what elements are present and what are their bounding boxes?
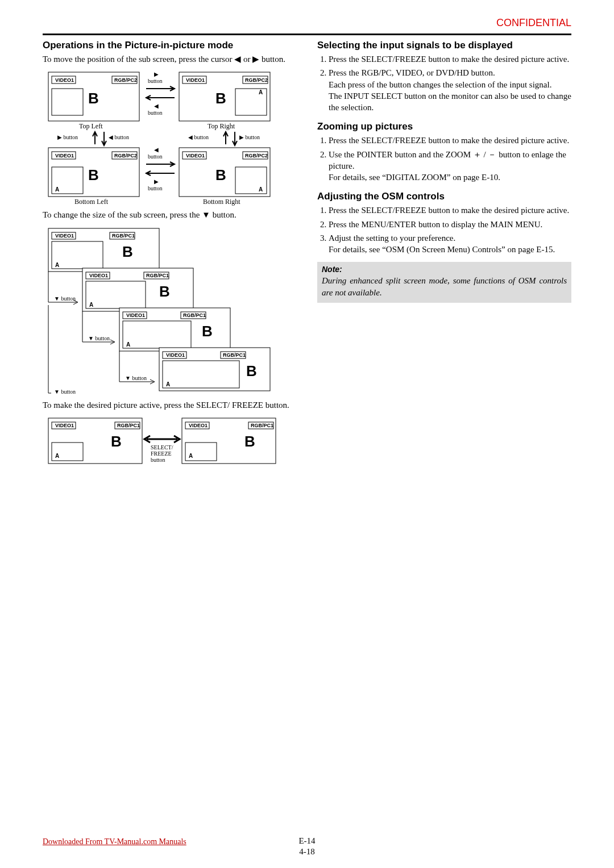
svg-text:B: B (215, 166, 226, 183)
svg-text:VIDEO1: VIDEO1 (186, 77, 205, 83)
svg-rect-77 (163, 361, 239, 388)
step: Use the POINTER button and the ZOOM ＋ / … (329, 149, 571, 183)
page-rule (43, 34, 571, 35)
svg-text:Top Right: Top Right (208, 122, 235, 130)
svg-text:VIDEO1: VIDEO1 (186, 153, 205, 158)
note-body: During enhanced split screen mode, some … (322, 275, 567, 298)
svg-text:▶: ▶ (154, 71, 159, 77)
svg-text:A: A (55, 453, 59, 459)
svg-text:VIDEO1: VIDEO1 (89, 273, 108, 278)
svg-text:A: A (166, 381, 170, 387)
svg-text:▼ button: ▼ button (88, 335, 110, 341)
svg-text:VIDEO1: VIDEO1 (189, 423, 208, 428)
download-link[interactable]: Downloaded From TV-Manual.com Manuals (43, 837, 186, 846)
svg-text:RGB/PC1: RGB/PC1 (251, 423, 273, 428)
step-text: Press the RGB/PC, VIDEO, or DVD/HD butto… (329, 68, 495, 77)
left-column: Operations in the Picture-in-picture mod… (43, 40, 297, 472)
step: Press the SELECT/FREEZE button to make t… (329, 135, 571, 146)
svg-text:A: A (89, 302, 93, 308)
svg-text:button: button (148, 78, 163, 84)
svg-text:VIDEO1: VIDEO1 (55, 233, 74, 239)
svg-text:button: button (151, 457, 165, 463)
svg-text:RGB/PC2: RGB/PC2 (245, 153, 268, 158)
svg-text:▶ button: ▶ button (57, 134, 78, 140)
diagram-pip-sizes: .bx{fill:#fff;stroke:#000;stroke-width:1… (43, 226, 281, 396)
svg-text:RGB/PC1: RGB/PC1 (223, 352, 246, 358)
svg-text:SELECT/: SELECT/ (151, 444, 173, 450)
svg-text:RGB/PC1: RGB/PC1 (183, 312, 206, 318)
svg-text:◀ button: ◀ button (109, 134, 129, 140)
step-text: Adjust the setting to your preference. (329, 233, 455, 243)
steps-osm: Press the SELECT/FREEZE button to make t… (317, 205, 571, 255)
note-title: Note: (322, 265, 567, 274)
svg-text:RGB/PC1: RGB/PC1 (117, 423, 140, 428)
content-columns: Operations in the Picture-in-picture mod… (43, 40, 571, 472)
svg-text:▶: ▶ (154, 178, 159, 185)
step: Press the RGB/PC, VIDEO, or DVD/HD butto… (329, 67, 571, 113)
svg-text:button: button (148, 185, 163, 191)
svg-text:VIDEO1: VIDEO1 (166, 352, 185, 358)
svg-text:RGB/PC2: RGB/PC2 (114, 77, 137, 83)
docpage: 4-18 (299, 847, 315, 856)
heading-zoom: Zooming up pictures (317, 121, 571, 132)
svg-rect-53 (52, 241, 103, 269)
svg-text:B: B (88, 90, 99, 107)
svg-text:RGB/PC1: RGB/PC1 (146, 273, 169, 278)
svg-text:A: A (55, 262, 59, 268)
svg-text:Bottom Left: Bottom Left (74, 198, 109, 206)
svg-text:▶ button: ▶ button (239, 134, 260, 140)
svg-text:button: button (148, 153, 163, 160)
svg-text:▼ button: ▼ button (54, 389, 76, 395)
svg-text:B: B (88, 166, 99, 183)
svg-text:VIDEO1: VIDEO1 (126, 312, 145, 318)
heading-pip: Operations in the Picture-in-picture mod… (43, 40, 297, 51)
svg-rect-69 (123, 321, 191, 348)
step-cont: For details, see “OSM (On Screen Menu) C… (329, 244, 571, 255)
svg-text:▼ button: ▼ button (54, 295, 76, 302)
svg-text:A: A (189, 453, 193, 459)
svg-text:FREEZE: FREEZE (151, 450, 172, 457)
svg-text:VIDEO1: VIDEO1 (55, 423, 74, 428)
svg-text:B: B (244, 433, 255, 450)
svg-text:B: B (159, 283, 170, 300)
page-footer: Downloaded From TV-Manual.com Manuals E-… (43, 837, 571, 857)
heading-osm: Adjusting the OSM controls (317, 191, 571, 202)
svg-text:A: A (55, 186, 59, 193)
svg-text:A: A (126, 341, 130, 348)
svg-rect-7 (52, 89, 83, 115)
svg-text:VIDEO1: VIDEO1 (55, 153, 74, 158)
step-cont: For details, see “DIGITAL ZOOM” on page … (329, 172, 571, 183)
para-freeze: To make the desired picture active, pres… (43, 399, 297, 411)
step: Adjust the setting to your preference. F… (329, 232, 571, 256)
step-text: Use the POINTER button and the ZOOM ＋ / … (329, 150, 566, 170)
svg-text:B: B (215, 90, 226, 107)
svg-text:A: A (259, 186, 263, 193)
step-cont: The INPUT SELECT button on the monitor c… (329, 90, 571, 114)
svg-text:B: B (246, 362, 257, 379)
confidential-stamp: CONFIDENTIAL (43, 17, 571, 29)
svg-text:◀ button: ◀ button (188, 134, 209, 140)
steps-input: Press the SELECT/FREEZE button to make t… (317, 53, 571, 113)
svg-text:B: B (202, 323, 213, 340)
step-cont: Each press of the button changes the sel… (329, 79, 571, 90)
step: Press the SELECT/FREEZE button to make t… (329, 53, 571, 65)
svg-text:A: A (259, 89, 263, 95)
svg-text:button: button (148, 110, 163, 116)
svg-text:RGB/PC2: RGB/PC2 (245, 77, 268, 83)
svg-text:Bottom Right: Bottom Right (203, 198, 240, 206)
para-size-sub: To change the size of the sub screen, pr… (43, 209, 297, 220)
steps-zoom: Press the SELECT/FREEZE button to make t… (317, 135, 571, 183)
svg-text:▼ button: ▼ button (125, 375, 147, 381)
note-box: Note: During enhanced split screen mode,… (317, 262, 571, 303)
svg-text:B: B (111, 433, 122, 450)
svg-text:◀: ◀ (154, 147, 159, 153)
svg-text:◀: ◀ (154, 103, 159, 109)
step: Press the MENU/ENTER button to display t… (329, 219, 571, 230)
diagram-pip-positions: .bx{fill:#fff;stroke:#000;stroke-width:1… (43, 69, 276, 206)
right-column: Selecting the input signals to be displa… (317, 40, 571, 472)
svg-text:B: B (122, 243, 133, 260)
diagram-select-freeze: .bx{fill:#fff;stroke:#000;stroke-width:1… (43, 415, 281, 472)
svg-text:VIDEO1: VIDEO1 (55, 77, 74, 83)
svg-text:RGB/PC2: RGB/PC2 (114, 153, 137, 158)
step: Press the SELECT/FREEZE button to make t… (329, 205, 571, 216)
